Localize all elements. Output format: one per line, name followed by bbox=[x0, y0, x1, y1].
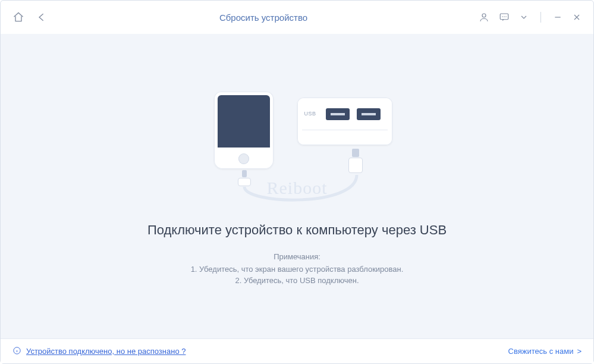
phone-plug-icon bbox=[238, 170, 251, 187]
svg-point-3 bbox=[504, 16, 505, 17]
minimize-icon[interactable] bbox=[553, 12, 562, 22]
main-content: USB Reiboot Подключите устройство к комп… bbox=[1, 34, 593, 338]
phone-icon bbox=[214, 92, 274, 169]
chevron-right-icon: > bbox=[577, 347, 582, 356]
back-icon[interactable] bbox=[36, 11, 48, 23]
app-window: Сбросить устройство bbox=[0, 0, 594, 364]
svg-point-2 bbox=[502, 16, 503, 17]
footer-left: Устройство подключено, но не распознано … bbox=[12, 346, 186, 357]
device-not-recognized-link[interactable]: Устройство подключено, но не распознано … bbox=[26, 347, 186, 356]
info-icon bbox=[12, 346, 21, 357]
svg-point-4 bbox=[505, 16, 507, 17]
chevron-down-icon[interactable] bbox=[519, 12, 529, 22]
note-line-2: 2. Убедитесь, что USB подключен. bbox=[235, 276, 359, 285]
close-icon[interactable] bbox=[572, 12, 582, 22]
hub-label: USB bbox=[304, 111, 316, 117]
feedback-icon[interactable] bbox=[499, 12, 510, 23]
title-bar: Сбросить устройство bbox=[1, 1, 593, 34]
home-icon[interactable] bbox=[12, 11, 24, 23]
contact-us-text: Свяжитесь с нами bbox=[508, 347, 574, 356]
contact-us-link[interactable]: Свяжитесь с нами > bbox=[508, 347, 582, 356]
title-bar-left bbox=[12, 11, 48, 23]
svg-point-0 bbox=[482, 14, 486, 17]
separator bbox=[540, 12, 541, 23]
note-line-1: 1. Убедитесь, что экран вашего устройств… bbox=[191, 265, 404, 274]
footer-bar: Устройство подключено, но не распознано … bbox=[1, 338, 593, 363]
connect-illustration: USB Reiboot bbox=[202, 92, 392, 205]
main-heading: Подключите устройство к компьютеру через… bbox=[147, 222, 447, 238]
watermark-text: Reiboot bbox=[267, 178, 328, 198]
title-bar-right bbox=[479, 12, 582, 23]
usb-hub-icon: USB bbox=[297, 98, 392, 145]
notes-label: Примечания: bbox=[274, 252, 320, 261]
hub-plug-icon bbox=[348, 149, 363, 175]
user-icon[interactable] bbox=[479, 12, 489, 23]
window-title: Сбросить устройство bbox=[48, 12, 479, 23]
